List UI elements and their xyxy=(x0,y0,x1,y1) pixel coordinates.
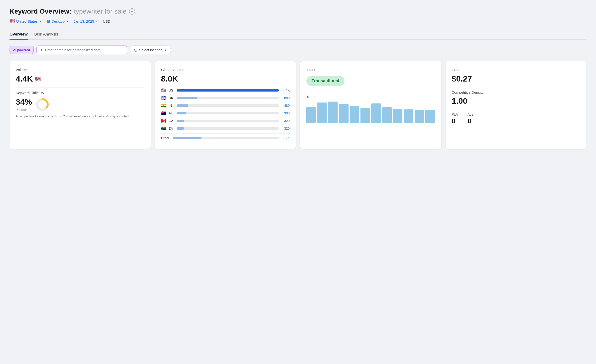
tab-bulk-analysis[interactable]: Bulk Analysis xyxy=(34,30,58,40)
cards-row: Volume 4.4K 🇺🇸 Keyword Difficulty 34% Po… xyxy=(9,61,587,149)
kd-label: Keyword Difficulty xyxy=(16,91,144,95)
currency-label: USD xyxy=(103,19,111,23)
trend-section: Trend xyxy=(306,95,435,123)
cpc-divider xyxy=(452,87,581,87)
country-flag: 🇺🇸 xyxy=(9,19,15,24)
page-header: Keyword Overview: typewriter for sale + … xyxy=(9,8,587,24)
trend-chart xyxy=(306,102,435,123)
other-num: 1.2K xyxy=(281,136,290,140)
trend-bar xyxy=(404,109,413,123)
bar-US xyxy=(177,89,279,91)
volume-divider xyxy=(16,87,144,88)
flag-IN: 🇮🇳 xyxy=(161,103,166,108)
date-label: Jan 13, 2025 xyxy=(74,19,94,23)
domain-input-wrap[interactable]: ✦ xyxy=(37,45,127,54)
cpc-label: CPC xyxy=(452,68,581,72)
trend-bar xyxy=(317,103,327,123)
cd-label: Competitive Density xyxy=(452,90,581,94)
bar-CA xyxy=(177,120,279,122)
volume-flag: 🇺🇸 xyxy=(35,76,41,82)
tabs-row: Overview Bulk Analysis xyxy=(9,30,587,40)
country-row: 🇨🇦 CA 320 xyxy=(161,118,290,124)
num-UK: 880 xyxy=(281,96,290,100)
kd-possible: Possible xyxy=(16,108,32,111)
ads-value: 0 xyxy=(468,117,473,125)
device-label: Desktop xyxy=(52,19,65,23)
cd-value: 1.00 xyxy=(452,96,581,106)
code-US: US xyxy=(169,89,174,92)
pla-value: 0 xyxy=(452,117,458,125)
domain-input[interactable] xyxy=(45,48,124,52)
trend-bar xyxy=(350,106,359,123)
country-label: United States xyxy=(16,19,38,23)
trend-label: Trend xyxy=(306,95,435,99)
pla-ads-row: PLA 0 Ads 0 xyxy=(452,112,581,125)
trend-bar xyxy=(306,107,316,123)
trend-bar xyxy=(382,107,392,123)
device-filter[interactable]: 🖥 Desktop ▼ xyxy=(46,19,69,23)
donut-wrap xyxy=(36,98,49,111)
other-row: Other 1.2K xyxy=(161,136,290,140)
num-US: 4.4K xyxy=(281,89,290,92)
flag-UK: 🇬🇧 xyxy=(161,95,166,101)
code-UK: UK xyxy=(169,96,174,100)
kd-value: 34% xyxy=(16,97,32,107)
location-select[interactable]: ◎ Select location ▼ xyxy=(130,45,171,54)
date-filter[interactable]: Jan 13, 2025 ▼ xyxy=(74,19,98,23)
intent-section: Intent Transactional xyxy=(306,68,435,86)
intent-trend-divider xyxy=(306,90,435,90)
country-row: 🇺🇸 US 4.4K xyxy=(161,88,290,93)
add-keyword-icon[interactable]: + xyxy=(129,8,135,15)
volume-kd-card: Volume 4.4K 🇺🇸 Keyword Difficulty 34% Po… xyxy=(9,61,151,149)
pla-label: PLA xyxy=(452,112,458,116)
device-chevron: ▼ xyxy=(66,20,69,23)
country-filter[interactable]: 🇺🇸 United States ▼ xyxy=(9,19,42,24)
tab-overview[interactable]: Overview xyxy=(9,30,28,40)
intent-badge: Transactional xyxy=(306,76,344,86)
trend-bar xyxy=(360,108,370,123)
bar-ZA xyxy=(177,127,279,130)
flag-AU: 🇦🇺 xyxy=(161,111,166,116)
date-chevron: ▼ xyxy=(96,20,98,23)
trend-bar xyxy=(371,104,381,123)
location-chevron: ▼ xyxy=(164,49,167,52)
ads-item: Ads 0 xyxy=(468,112,473,125)
code-AU: AU xyxy=(169,111,174,115)
device-icon: 🖥 xyxy=(46,19,50,23)
code-CA: CA xyxy=(169,119,174,123)
bar-UK xyxy=(177,97,279,99)
trend-bar xyxy=(393,109,402,123)
flag-US: 🇺🇸 xyxy=(161,88,166,93)
intent-label: Intent xyxy=(306,68,435,72)
country-list: 🇺🇸 US 4.4K 🇬🇧 UK 880 🇮🇳 IN 480 🇦🇺 AU xyxy=(161,88,290,131)
country-row: 🇿🇦 ZA 320 xyxy=(161,126,290,131)
intent-trend-card: Intent Transactional Trend xyxy=(300,61,441,149)
page-title: Keyword Overview: typewriter for sale + xyxy=(9,8,587,15)
other-divider xyxy=(161,134,290,134)
filters-row: 🇺🇸 United States ▼ 🖥 Desktop ▼ Jan 13, 2… xyxy=(9,19,587,24)
volume-label: Volume xyxy=(16,68,144,72)
num-IN: 480 xyxy=(281,104,290,108)
bar-IN xyxy=(177,104,279,107)
country-row: 🇬🇧 UK 880 xyxy=(161,95,290,101)
gv-value: 8.0K xyxy=(161,74,290,83)
num-ZA: 320 xyxy=(281,126,290,130)
num-CA: 320 xyxy=(281,119,290,123)
ai-row: AI-powered ✦ ◎ Select location ▼ xyxy=(9,45,587,54)
trend-bar xyxy=(339,104,348,123)
cd-divider xyxy=(452,109,581,109)
kd-description: A competitive keyword to rank for. You w… xyxy=(16,114,144,119)
trend-bar xyxy=(425,110,435,123)
bar-AU xyxy=(177,112,279,114)
code-ZA: ZA xyxy=(169,126,174,130)
gv-label: Global Volume xyxy=(161,68,290,72)
trend-bar xyxy=(328,102,338,123)
country-chevron: ▼ xyxy=(39,20,42,23)
location-icon: ◎ xyxy=(134,48,137,52)
location-label: Select location xyxy=(139,48,163,52)
other-label: Other xyxy=(161,136,170,140)
num-AU: 390 xyxy=(281,111,290,115)
flag-ZA: 🇿🇦 xyxy=(161,126,166,131)
code-IN: IN xyxy=(169,104,174,108)
kd-row: 34% Possible xyxy=(16,97,144,111)
